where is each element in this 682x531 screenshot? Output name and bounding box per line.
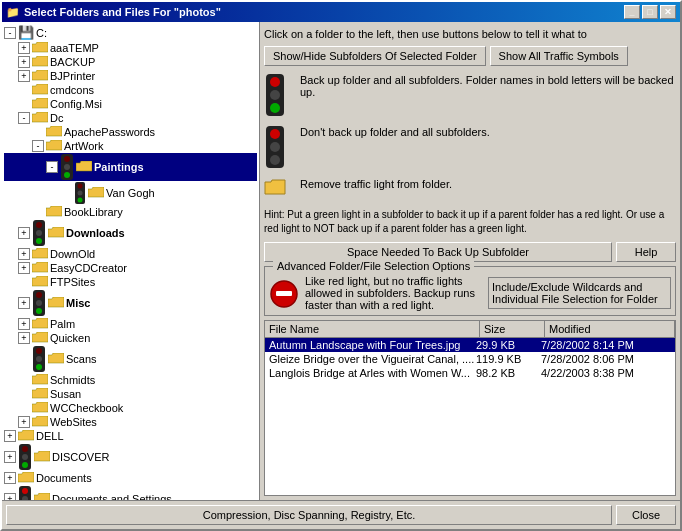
expand-btn[interactable]: +: [18, 42, 30, 54]
folder-icon-documents: [18, 472, 34, 484]
show-all-button[interactable]: Show All Traffic Symbols: [490, 46, 628, 66]
folder-icon-susan: [32, 388, 48, 400]
expand-btn[interactable]: +: [18, 297, 30, 309]
tree-item-artwork[interactable]: - ArtWork: [4, 139, 257, 153]
expand-btn[interactable]: +: [18, 248, 30, 260]
tree-item-backup[interactable]: + BACKUP: [4, 55, 257, 69]
window-icon: 📁: [6, 6, 20, 19]
expand-btn[interactable]: -: [4, 27, 16, 39]
expand-btn[interactable]: -: [18, 112, 30, 124]
tree-item-paintings[interactable]: - Paintings: [4, 153, 257, 181]
tree-item-downloads[interactable]: + Downloads: [4, 219, 257, 247]
svg-point-1: [64, 156, 70, 162]
expand-btn[interactable]: -: [32, 140, 44, 152]
close-button[interactable]: ✕: [660, 5, 676, 19]
column-header-filename[interactable]: File Name: [265, 321, 480, 337]
top-buttons: Show/Hide Subfolders Of Selected Folder …: [264, 46, 676, 66]
traffic-light-paintings: [60, 154, 74, 180]
tree-item-bjprinter[interactable]: + BJPrinter: [4, 69, 257, 83]
tree-item-aaatemp[interactable]: + aaaTEMP: [4, 41, 257, 55]
tree-item-downold[interactable]: + DownOld: [4, 247, 257, 261]
tree-item-easyCDcreator[interactable]: + EasyCDCreator: [4, 261, 257, 275]
expand-btn[interactable]: +: [4, 493, 16, 500]
file-cell-modified: 7/28/2002 8:14 PM: [541, 339, 671, 351]
green-option[interactable]: Back up folder and all subfolders. Folde…: [264, 70, 676, 122]
svg-point-9: [36, 222, 42, 228]
tree-item-discover[interactable]: + DISCOVER: [4, 443, 257, 471]
tree-item-dell[interactable]: + DELL: [4, 429, 257, 443]
tree-item-docssettings[interactable]: + Documents and Settings: [4, 485, 257, 500]
folder-icon-palm: [32, 318, 48, 330]
expand-btn[interactable]: +: [18, 318, 30, 330]
tree-item-booklibrary[interactable]: BookLibrary: [4, 205, 257, 219]
close-main-button[interactable]: Close: [616, 505, 676, 525]
folder-icon-bjprinter: [32, 70, 48, 82]
svg-point-6: [78, 191, 83, 196]
folder-option[interactable]: Remove traffic light from folder.: [264, 174, 676, 202]
tree-item-apachepasswords[interactable]: ApachePasswords: [4, 125, 257, 139]
file-list-body[interactable]: Autumn Landscape with Four Trees.jpg 29.…: [265, 338, 675, 495]
tree-item-websites[interactable]: + WebSites: [4, 415, 257, 429]
file-row[interactable]: Langlois Bridge at Arles with Women W...…: [265, 366, 675, 380]
file-cell-name: Gleize Bridge over the Vigueirat Canal, …: [269, 353, 476, 365]
folder-icon-misc: [48, 297, 64, 309]
include-exclude-text[interactable]: Include/Exclude Wildcards and Individual…: [488, 277, 671, 309]
tree-item-ftpsites[interactable]: FTPSites: [4, 275, 257, 289]
tree-item-wccheckbook[interactable]: WCCheckbook: [4, 401, 257, 415]
traffic-light-scans: [32, 346, 46, 372]
tree-item-schmidts[interactable]: Schmidts: [4, 373, 257, 387]
file-list-container: File Name Size Modified Autumn Landscape…: [264, 320, 676, 496]
expand-btn[interactable]: +: [18, 262, 30, 274]
tree-item-misc[interactable]: + Misc: [4, 289, 257, 317]
folder-tree[interactable]: -💾C:+ aaaTEMP+ BACKUP+ BJPrinter cmdcons…: [2, 22, 259, 500]
traffic-light-docssettings: [18, 486, 32, 500]
expand-btn[interactable]: -: [46, 161, 58, 173]
expand-btn[interactable]: +: [18, 332, 30, 344]
tree-label-palm: Palm: [50, 318, 75, 330]
expand-btn[interactable]: +: [18, 227, 30, 239]
help-button[interactable]: Help: [616, 242, 676, 262]
minimize-button[interactable]: _: [624, 5, 640, 19]
folder-option-text: Remove traffic light from folder.: [300, 178, 676, 190]
tree-item-palm[interactable]: + Palm: [4, 317, 257, 331]
file-row[interactable]: Autumn Landscape with Four Trees.jpg 29.…: [265, 338, 675, 352]
compression-button[interactable]: Compression, Disc Spanning, Registry, Et…: [6, 505, 612, 525]
red-option[interactable]: Don't back up folder and all subfolders.: [264, 122, 676, 174]
file-cell-name: Autumn Landscape with Four Trees.jpg: [269, 339, 476, 351]
svg-point-14: [36, 300, 42, 306]
tree-label-booklibrary: BookLibrary: [64, 206, 123, 218]
tree-label-discover: DISCOVER: [52, 451, 109, 463]
expand-btn[interactable]: +: [4, 472, 16, 484]
folder-only-icon: [264, 178, 292, 198]
tree-label-scans: Scans: [66, 353, 97, 365]
tree-item-dc[interactable]: - Dc: [4, 111, 257, 125]
column-header-modified[interactable]: Modified: [545, 321, 675, 337]
tree-item-c[interactable]: -💾C:: [4, 24, 257, 41]
expand-btn[interactable]: +: [18, 70, 30, 82]
tree-item-quicken[interactable]: + Quicken: [4, 331, 257, 345]
expand-btn[interactable]: +: [4, 430, 16, 442]
tree-item-susan[interactable]: Susan: [4, 387, 257, 401]
space-help-buttons: Space Needed To Back Up Subfolder Help: [264, 242, 676, 262]
tree-item-cmdcons[interactable]: cmdcons: [4, 83, 257, 97]
expand-btn[interactable]: +: [4, 451, 16, 463]
tree-item-documents[interactable]: + Documents: [4, 471, 257, 485]
tree-item-vangogh[interactable]: Van Gogh: [4, 181, 257, 205]
tree-label-downloads: Downloads: [66, 227, 125, 239]
traffic-light-discover: [18, 444, 32, 470]
expand-btn[interactable]: +: [18, 416, 30, 428]
tree-label-susan: Susan: [50, 388, 81, 400]
svg-point-29: [270, 77, 280, 87]
show-hide-button[interactable]: Show/Hide Subfolders Of Selected Folder: [264, 46, 486, 66]
title-bar-controls: _ □ ✕: [624, 5, 676, 19]
space-needed-button[interactable]: Space Needed To Back Up Subfolder: [264, 242, 612, 262]
column-header-size[interactable]: Size: [480, 321, 545, 337]
file-row[interactable]: Gleize Bridge over the Vigueirat Canal, …: [265, 352, 675, 366]
maximize-button[interactable]: □: [642, 5, 658, 19]
tree-item-scans[interactable]: Scans: [4, 345, 257, 373]
expand-btn[interactable]: +: [18, 56, 30, 68]
tree-item-config_msi[interactable]: Config.Msi: [4, 97, 257, 111]
folder-icon-cmdcons: [32, 84, 48, 96]
advanced-inner: Like red light, but no traffic lights al…: [269, 275, 671, 311]
hint-box: Hint: Put a green light in a subfolder t…: [264, 206, 676, 238]
